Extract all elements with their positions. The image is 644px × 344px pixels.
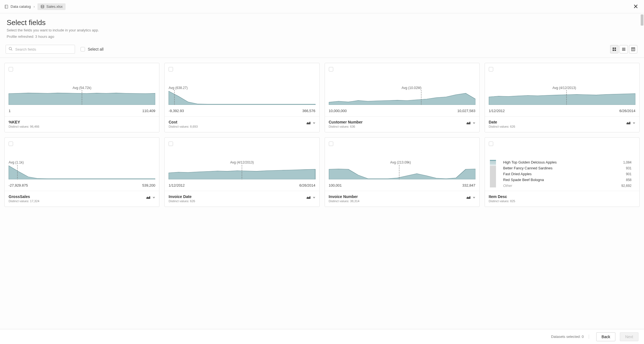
svg-rect-5	[613, 48, 614, 49]
select-all-checkbox[interactable]	[81, 47, 85, 51]
avg-label: Avg (54.72k)	[9, 86, 155, 90]
range-max: 10,027,583	[457, 109, 475, 113]
category-value: 901	[626, 172, 632, 176]
field-card[interactable]: Avg (54.72k) 1 110,409 %KEY Distinct val…	[4, 63, 159, 132]
chart-type-toggle[interactable]	[146, 194, 155, 200]
field-name: Item Desc	[489, 194, 515, 199]
range-min: 1	[9, 109, 11, 113]
chart-type-toggle[interactable]	[306, 120, 315, 125]
category-label: Better Fancy Canned Sardines	[503, 166, 553, 170]
range-row: 1/12/2012 6/26/2014	[165, 182, 319, 191]
field-card[interactable]: Avg (213.09k) 100,001 332,847 Invoice Nu…	[325, 137, 480, 207]
sparkline-chart	[329, 165, 475, 179]
chevron-down-icon	[313, 122, 315, 124]
category-value: 92,692	[621, 184, 632, 188]
select-all-toggle[interactable]: Select all	[81, 47, 104, 51]
range-max: 6/26/2014	[299, 183, 315, 187]
avg-label: Avg (4/12/2013)	[493, 86, 635, 90]
field-checkbox[interactable]	[489, 142, 493, 146]
field-checkbox[interactable]	[169, 67, 173, 71]
search-input[interactable]	[6, 45, 75, 54]
field-grid: Avg (54.72k) 1 110,409 %KEY Distinct val…	[0, 58, 644, 212]
range-max: 539,200	[142, 183, 155, 187]
avg-label: Avg (638.27)	[169, 86, 315, 90]
field-card[interactable]: Avg (10.02M) 10,000,000 10,027,583 Custo…	[325, 63, 480, 132]
list-icon	[622, 47, 626, 51]
close-button[interactable]: ✕	[632, 3, 640, 11]
chart-type-toggle[interactable]	[306, 194, 315, 200]
topbar: Data catalog › Sales.xlsx ✕	[0, 0, 644, 13]
field-card[interactable]: Avg (4/12/2013) 1/12/2012 6/26/2014 Date…	[485, 63, 640, 132]
svg-rect-7	[613, 50, 614, 51]
chevron-down-icon	[473, 122, 475, 124]
breadcrumb-catalog-label: Data catalog	[11, 4, 31, 9]
range-row: 10,000,000 10,027,583	[325, 107, 479, 117]
view-grid-button[interactable]	[610, 45, 618, 53]
distinct-values: Distinct values: 636	[329, 125, 363, 128]
category-value: 858	[626, 178, 632, 182]
breadcrumb-dataset-label: Sales.xlsx	[46, 4, 63, 9]
view-table-button[interactable]	[629, 45, 637, 53]
svg-rect-12	[632, 48, 635, 51]
field-card[interactable]: Avg (1.1k) -27,929.875 539,200 GrossSale…	[4, 137, 159, 207]
field-name: GrossSales	[9, 194, 39, 199]
chart-type-toggle[interactable]	[466, 120, 475, 125]
select-all-label: Select all	[88, 47, 104, 51]
view-toggle-group	[610, 45, 637, 53]
svg-line-4	[11, 50, 12, 51]
distinct-values: Distinct values: 626	[169, 199, 195, 203]
scroll-thumb[interactable]	[641, 14, 643, 26]
controls-bar: Select all	[0, 42, 644, 58]
field-name: Invoice Number	[329, 194, 360, 199]
field-checkbox[interactable]	[169, 142, 173, 146]
breadcrumb-dataset[interactable]: Sales.xlsx	[37, 3, 66, 10]
field-card[interactable]: High Top Golden Delcious Apples 1,084 Be…	[485, 137, 640, 207]
category-label: Other	[503, 184, 512, 188]
svg-rect-6	[615, 48, 616, 49]
field-checkbox[interactable]	[9, 67, 13, 71]
range-row: -9,392.93 366,576	[165, 107, 319, 117]
range-min: 10,000,000	[329, 109, 347, 113]
field-checkbox[interactable]	[329, 67, 333, 71]
range-row: -27,929.875 539,200	[5, 182, 159, 191]
range-max: 6/26/2014	[619, 109, 635, 113]
area-chart-icon	[466, 195, 471, 200]
chevron-down-icon	[313, 196, 315, 199]
range-min: 100,001	[329, 183, 342, 187]
range-row: 100,001 332,847	[325, 182, 479, 191]
chart-type-toggle[interactable]	[626, 120, 635, 125]
category-value: 1,084	[623, 160, 632, 164]
range-max: 110,409	[142, 109, 155, 113]
avg-label: Avg (213.09k)	[326, 160, 475, 164]
category-row: Red Spade Beef Bologna 858	[503, 177, 632, 183]
field-name: Cost	[169, 120, 198, 124]
area-chart-icon	[466, 120, 471, 125]
category-row: Fast Dried Apples 901	[503, 171, 632, 177]
grid-icon	[612, 47, 617, 51]
profile-refresh-status: Profile refreshed: 3 hours ago	[7, 34, 637, 39]
range-min: 1/12/2012	[489, 109, 505, 113]
breadcrumb-data-catalog[interactable]: Data catalog	[4, 4, 31, 9]
field-name: Invoice Date	[169, 194, 195, 199]
scrollbar[interactable]	[641, 13, 643, 229]
view-list-button[interactable]	[620, 45, 628, 53]
field-card[interactable]: Avg (638.27) -9,392.93 366,576 Cost Dist…	[164, 63, 319, 132]
category-bar-column	[490, 159, 496, 187]
field-checkbox[interactable]	[489, 67, 493, 71]
svg-point-2	[41, 5, 44, 6]
field-card[interactable]: Avg (4/12/2013) 1/12/2012 6/26/2014 Invo…	[164, 137, 319, 207]
breadcrumb-separator: ›	[34, 5, 35, 9]
range-min: -27,929.875	[9, 183, 28, 187]
search-icon	[8, 47, 13, 52]
sparkline-chart	[9, 90, 155, 105]
field-checkbox[interactable]	[9, 142, 13, 146]
svg-rect-8	[615, 50, 616, 51]
chart-type-toggle[interactable]	[466, 194, 475, 200]
category-label: High Top Golden Delcious Apples	[503, 160, 557, 164]
area-chart-icon	[306, 195, 311, 200]
range-min: 1/12/2012	[169, 183, 185, 187]
distinct-values: Distinct values: 38,314	[329, 199, 360, 203]
field-checkbox[interactable]	[329, 142, 333, 146]
avg-label: Avg (1.1k)	[9, 160, 155, 164]
field-name: Date	[489, 120, 515, 124]
